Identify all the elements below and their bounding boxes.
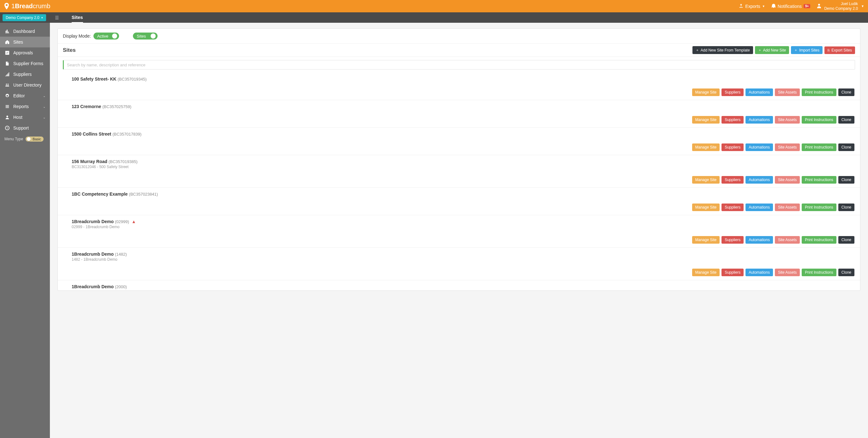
sidebar-item-label: Reports: [13, 104, 29, 109]
sites-header-row: Sites ＋ Add New Site From Template ＋ Add…: [58, 43, 860, 57]
site-assets-button[interactable]: Site Assets: [775, 116, 800, 123]
manage-site-button[interactable]: Manage Site: [692, 88, 720, 96]
check-icon: [4, 51, 10, 55]
site-assets-button[interactable]: Site Assets: [775, 236, 800, 244]
menu-type-row: Menu Type Basic: [0, 134, 50, 145]
sidebar-item-supplier-forms[interactable]: Supplier Forms: [0, 58, 50, 69]
automations-button[interactable]: Automations: [745, 269, 773, 276]
clone-button[interactable]: Clone: [838, 116, 855, 123]
site-title: 1Breadcrumb Demo (1482): [72, 252, 855, 257]
suppliers-button[interactable]: Suppliers: [721, 236, 744, 244]
manage-site-button[interactable]: Manage Site: [692, 269, 720, 276]
suppliers-button[interactable]: Suppliers: [721, 88, 744, 96]
btn-label: Import Sites: [799, 48, 819, 53]
plus-icon: ＋: [794, 48, 798, 53]
bars-icon: [4, 72, 10, 77]
sidebar-item-label: User Directory: [13, 83, 41, 88]
sidebar-item-editor[interactable]: Editor ⌄: [0, 90, 50, 101]
site-name: 156 Murray Road: [72, 159, 108, 164]
clone-button[interactable]: Clone: [838, 269, 855, 276]
automations-button[interactable]: Automations: [745, 88, 773, 96]
site-assets-button[interactable]: Site Assets: [775, 176, 800, 184]
toggle-sites[interactable]: Sites: [133, 33, 158, 39]
automations-button[interactable]: Automations: [745, 236, 773, 244]
bell-icon: [771, 3, 776, 9]
company-selector[interactable]: Demo Company 2.0 ▾: [2, 14, 46, 21]
user-company: Demo Company 2.0: [824, 6, 858, 11]
site-title: 1Breadcrumb Demo (02999) ▲: [72, 219, 855, 224]
site-row: 100 Safety Street- KK (BC357019345)Manag…: [58, 73, 860, 100]
clone-button[interactable]: Clone: [838, 176, 855, 184]
plus-icon: ＋: [695, 48, 699, 53]
clone-button[interactable]: Clone: [838, 204, 855, 211]
site-assets-button[interactable]: Site Assets: [775, 204, 800, 211]
suppliers-button[interactable]: Suppliers: [721, 144, 744, 151]
manage-site-button[interactable]: Manage Site: [692, 176, 720, 184]
file-icon: [4, 61, 10, 66]
search-input[interactable]: [67, 63, 851, 67]
site-actions: Manage SiteSuppliersAutomationsSite Asse…: [72, 176, 855, 184]
sidebar-item-sites[interactable]: Sites: [0, 37, 50, 48]
print-instructions-button[interactable]: Print Instructions: [802, 116, 836, 123]
sidebar-item-reports[interactable]: Reports ⌄: [0, 101, 50, 112]
manage-site-button[interactable]: Manage Site: [692, 236, 720, 244]
sidebar-item-label: Host: [13, 115, 23, 120]
logo[interactable]: 1Breadcrumb: [4, 2, 50, 10]
subbar: Demo Company 2.0 ▾ ☰ Sites: [0, 12, 868, 23]
suppliers-button[interactable]: Suppliers: [721, 204, 744, 211]
site-actions: Manage SiteSuppliersAutomationsSite Asse…: [72, 144, 855, 151]
sidebar-item-user-directory[interactable]: User Directory: [0, 80, 50, 90]
menu-type-toggle[interactable]: Basic: [26, 137, 43, 142]
sidebar-toggle[interactable]: ☰: [55, 15, 59, 20]
search-box: [63, 60, 855, 69]
sidebar-item-label: Supplier Forms: [13, 61, 43, 66]
site-ref: (2000): [115, 285, 127, 289]
toggle-active[interactable]: Active: [93, 33, 119, 39]
clone-button[interactable]: Clone: [838, 144, 855, 151]
automations-button[interactable]: Automations: [745, 176, 773, 184]
automations-button[interactable]: Automations: [745, 144, 773, 151]
sidebar-item-support[interactable]: ? Support: [0, 123, 50, 134]
manage-site-button[interactable]: Manage Site: [692, 116, 720, 123]
sidebar-item-approvals[interactable]: Approvals: [0, 48, 50, 58]
automations-button[interactable]: Automations: [745, 204, 773, 211]
print-instructions-button[interactable]: Print Instructions: [802, 236, 836, 244]
sidebar-item-label: Suppliers: [13, 72, 32, 77]
print-instructions-button[interactable]: Print Instructions: [802, 144, 836, 151]
clone-button[interactable]: Clone: [838, 88, 855, 96]
print-instructions-button[interactable]: Print Instructions: [802, 204, 836, 211]
main-content: Display Mode: Active Sites Sites: [50, 23, 868, 438]
chevron-down-icon: ⌄: [43, 105, 45, 108]
site-row: 156 Murray Road (BC357019385)BC313012046…: [58, 155, 860, 188]
clone-button[interactable]: Clone: [838, 236, 855, 244]
suppliers-button[interactable]: Suppliers: [721, 269, 744, 276]
notifications-menu[interactable]: Notifications 9+: [771, 3, 810, 9]
sidebar-item-suppliers[interactable]: Suppliers: [0, 69, 50, 80]
sites-heading: Sites: [63, 47, 76, 53]
site-row: 1500 Collins Street (BC357017839)Manage …: [58, 128, 860, 155]
suppliers-button[interactable]: Suppliers: [721, 176, 744, 184]
user-menu[interactable]: Joel Ludik Demo Company 2.0 ▼: [816, 2, 864, 11]
manage-site-button[interactable]: Manage Site: [692, 204, 720, 211]
user-name: Joel Ludik: [824, 2, 858, 6]
exports-menu[interactable]: Exports ▼: [739, 3, 765, 9]
site-assets-button[interactable]: Site Assets: [775, 88, 800, 96]
add-site-from-template-button[interactable]: ＋ Add New Site From Template: [692, 46, 753, 54]
export-sites-button[interactable]: ⎘ Export Sites: [825, 47, 855, 54]
print-instructions-button[interactable]: Print Instructions: [802, 176, 836, 184]
site-assets-button[interactable]: Site Assets: [775, 144, 800, 151]
print-instructions-button[interactable]: Print Instructions: [802, 269, 836, 276]
sidebar-item-dashboard[interactable]: Dashboard: [0, 26, 50, 37]
manage-site-button[interactable]: Manage Site: [692, 144, 720, 151]
sidebar-item-label: Dashboard: [13, 29, 35, 34]
suppliers-button[interactable]: Suppliers: [721, 116, 744, 123]
import-sites-button[interactable]: ＋ Import Sites: [791, 46, 823, 54]
print-instructions-button[interactable]: Print Instructions: [802, 88, 836, 96]
toggle-sites-label: Sites: [137, 34, 146, 38]
svg-text:?: ?: [7, 127, 8, 130]
site-assets-button[interactable]: Site Assets: [775, 269, 800, 276]
automations-button[interactable]: Automations: [745, 116, 773, 123]
sidebar-item-host[interactable]: Host ⌄: [0, 112, 50, 123]
display-mode-label: Display Mode:: [63, 33, 91, 38]
add-new-site-button[interactable]: ＋ Add New Site: [755, 46, 789, 54]
